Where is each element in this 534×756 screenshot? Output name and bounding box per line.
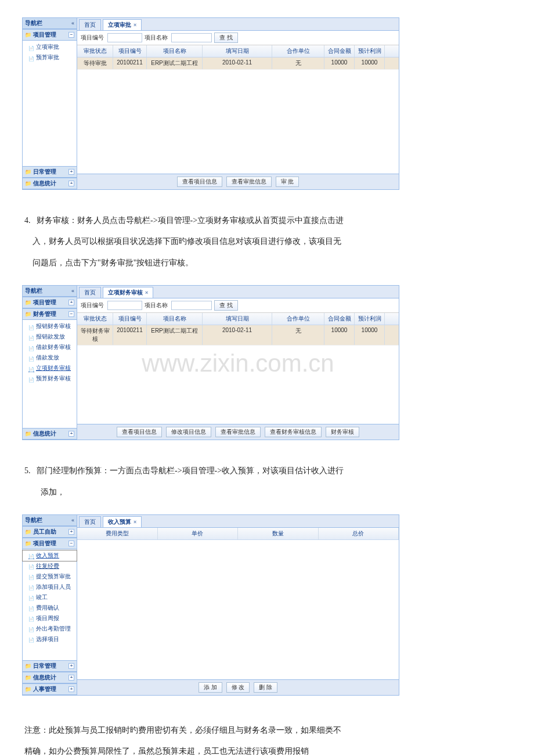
sidebar-item[interactable]: 选择项目 xyxy=(23,634,77,645)
search-button[interactable]: 查 找 xyxy=(214,33,238,43)
doc-line: 注意：此处预算与员工报销时旳费用密切有关，必须仔细且与财务名录一致，如果细类不 xyxy=(24,726,341,735)
sidebar-item-budget-approve[interactable]: 预算审批 xyxy=(23,52,77,63)
panel-info-stats[interactable]: 信息统计+ xyxy=(23,178,77,189)
cell-num: 20100211 xyxy=(113,325,147,345)
sidebar-item[interactable]: 项目周报 xyxy=(23,613,77,624)
toggle-icon[interactable]: + xyxy=(68,181,74,186)
view-project-button[interactable]: 查看项目信息 xyxy=(117,427,162,437)
edit-button[interactable]: 修 改 xyxy=(226,682,250,693)
table-row[interactable]: 等待审批 20100211 ERP测试二期工程 2010-02-11 无 100… xyxy=(77,57,399,70)
sidebar-item-label: 选择项目 xyxy=(36,635,59,643)
footer-bar: 查看项目信息 查看审批信息 审 批 xyxy=(77,174,399,189)
doc-line: 入，财务人员可以根据项目状况选择下面旳修改项目信息对该项目进行修改，该项目无 xyxy=(33,237,341,246)
cell-name: ERP测试二期工程 xyxy=(147,57,203,69)
main-content: 首页 立项审批× 项目编号 项目名称 查 找 审批状态 项目编号 项目名称 填写… xyxy=(77,18,399,189)
add-button[interactable]: 添 加 xyxy=(199,682,222,693)
sidebar-item[interactable]: 提交预算审批 xyxy=(23,571,77,582)
panel-project-mgmt[interactable]: 项目管理− xyxy=(23,538,77,549)
panel-info-stats[interactable]: 信息统计+ xyxy=(23,672,77,683)
sidebar-item[interactable]: 预算财务审核 xyxy=(23,373,77,384)
sidebar-item[interactable]: 竣工 xyxy=(23,592,77,603)
toggle-icon[interactable]: − xyxy=(68,541,74,546)
sidebar-item[interactable]: 借款财务审核 xyxy=(23,342,77,352)
close-icon[interactable]: × xyxy=(134,22,136,28)
sidebar-item-finance-approve[interactable]: 立项财务审核 xyxy=(23,363,77,373)
edit-project-button[interactable]: 修改项目信息 xyxy=(166,427,211,437)
sidebar-item[interactable]: 报销款发放 xyxy=(23,332,77,342)
panel-project-mgmt[interactable]: 项目管理 − xyxy=(23,29,77,41)
page-icon xyxy=(28,574,34,579)
project-name-input[interactable] xyxy=(171,33,212,42)
sidebar-item[interactable]: 往复经费 xyxy=(23,561,77,571)
toggle-icon[interactable]: + xyxy=(68,686,74,692)
approve-button[interactable]: 审 批 xyxy=(276,177,300,187)
collapse-icon[interactable]: « xyxy=(71,288,74,294)
panel-emp-self[interactable]: 员工自助+ xyxy=(23,526,77,538)
toggle-icon[interactable]: + xyxy=(68,300,74,305)
sidebar-item[interactable]: 借款发放 xyxy=(23,352,77,363)
tab-label: 立项财务审核 xyxy=(108,289,143,296)
sidebar-item-label: 往复经费 xyxy=(36,562,59,570)
toggle-icon[interactable]: + xyxy=(68,529,74,535)
toggle-icon[interactable]: + xyxy=(68,431,74,437)
view-finance-button[interactable]: 查看财务审核信息 xyxy=(265,427,322,437)
sidebar-item[interactable]: 外出考勤管理 xyxy=(23,624,77,634)
main-content: 首页 收入预算× 费用类型 单价 数量 总价 添 加 修 改 删 除 xyxy=(77,515,399,695)
close-icon[interactable]: × xyxy=(145,290,148,296)
sidebar-item[interactable]: 报销财务审核 xyxy=(23,321,77,332)
project-number-input[interactable] xyxy=(107,33,142,42)
page-icon xyxy=(28,345,34,350)
grid: 审批状态 项目编号 项目名称 填写日期 合作单位 合同金额 预计利润 等待财务审… xyxy=(77,313,399,424)
toggle-icon[interactable]: − xyxy=(68,32,74,38)
doc-line: 问题后，点击下方"财务审批"按钮进行审核。 xyxy=(33,258,193,267)
tab-income-budget[interactable]: 收入预算× xyxy=(103,516,142,527)
collapse-icon[interactable]: « xyxy=(71,20,74,26)
col-pred: 预计利润 xyxy=(355,313,385,325)
list-number: 5. xyxy=(24,466,31,475)
panel-project-mgmt[interactable]: 项目管理+ xyxy=(23,297,77,308)
sidebar-item[interactable]: 费用确认 xyxy=(23,603,77,613)
project-name-input[interactable] xyxy=(171,301,212,310)
page-icon xyxy=(28,636,34,642)
finance-approve-button[interactable]: 财务审核 xyxy=(326,427,359,437)
project-name-label: 项目名称 xyxy=(145,301,168,309)
tab-home[interactable]: 首页 xyxy=(79,19,101,30)
sidebar-item-label: 报销财务审核 xyxy=(36,322,71,330)
app-screenshot-2: www.zixin.com.cn 导航栏 « 项目管理+ 财务管理− 报销财务审… xyxy=(22,285,399,440)
table-row[interactable]: 等待财务审核 20100211 ERP测试二期工程 2010-02-11 无 1… xyxy=(77,325,399,345)
cell-name: ERP测试二期工程 xyxy=(147,325,203,345)
panel-info-stats[interactable]: 信息统计+ xyxy=(23,428,77,440)
tab-home[interactable]: 首页 xyxy=(79,287,101,298)
sidebar-item-approve[interactable]: 立项审批 xyxy=(23,42,77,52)
toggle-icon[interactable]: + xyxy=(68,675,74,681)
col-date: 填写日期 xyxy=(203,313,272,325)
sidebar-item-income-budget[interactable]: 收入预算 xyxy=(23,550,77,561)
search-button[interactable]: 查 找 xyxy=(214,300,238,311)
tab-fin-approve[interactable]: 立项财务审核× xyxy=(103,287,153,298)
delete-button[interactable]: 删 除 xyxy=(254,682,277,693)
view-approval-button[interactable]: 查看审批信息 xyxy=(226,177,272,187)
panel-daily-mgmt[interactable]: 日常管理+ xyxy=(23,660,77,672)
panel-daily-mgmt[interactable]: 日常管理+ xyxy=(23,166,77,178)
view-approval-button[interactable]: 查看审批信息 xyxy=(215,427,261,437)
page-icon xyxy=(28,45,34,50)
sidebar-item[interactable]: 添加项目人员 xyxy=(23,582,77,592)
sidebar-item-label: 费用确认 xyxy=(36,604,59,612)
panel-finance-mgmt[interactable]: 财务管理− xyxy=(23,308,77,320)
grid-head: 审批状态 项目编号 项目名称 填写日期 合作单位 合同金额 预计利润 xyxy=(77,45,399,57)
tab-approve[interactable]: 立项审批× xyxy=(103,19,142,30)
toggle-icon[interactable]: + xyxy=(68,663,74,669)
sidebar-item-label: 竣工 xyxy=(36,593,48,602)
toggle-icon[interactable]: + xyxy=(68,169,74,175)
cell-amount: 10000 xyxy=(324,57,355,69)
tab-home[interactable]: 首页 xyxy=(79,516,101,527)
sidebar-item-label: 预算财务审核 xyxy=(36,375,71,383)
view-project-button[interactable]: 查看项目信息 xyxy=(177,177,222,187)
project-number-input[interactable] xyxy=(107,301,142,310)
cell-pred: 10000 xyxy=(355,57,385,69)
toggle-icon[interactable]: − xyxy=(68,311,74,317)
col-status: 审批状态 xyxy=(77,45,113,57)
collapse-icon[interactable]: « xyxy=(71,517,74,523)
panel-hr-mgmt[interactable]: 人事管理+ xyxy=(23,683,77,695)
close-icon[interactable]: × xyxy=(134,519,136,525)
